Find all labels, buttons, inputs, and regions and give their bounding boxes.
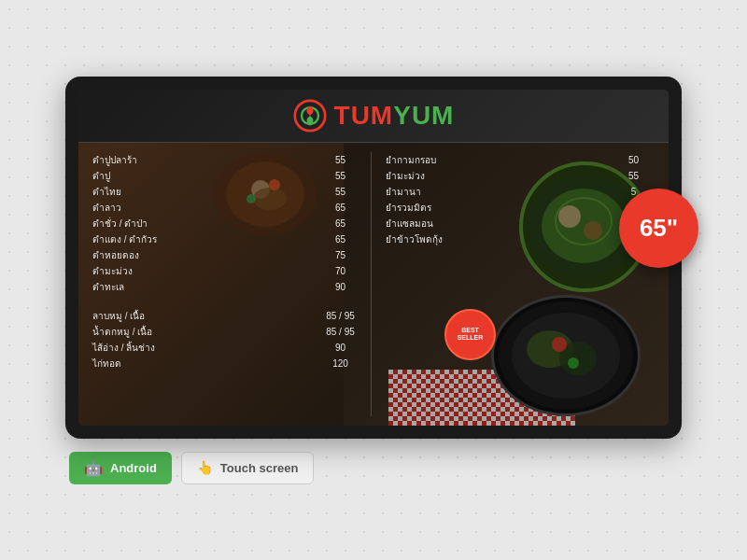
monitor: 65" TUMYUM [65,77,682,439]
menu-item-price: 90 [319,280,361,294]
menu-item: ยำแซลมอน [386,216,655,231]
menu-gap [92,298,361,305]
menu-item-price: 50 [613,153,655,167]
size-text: 65" [640,214,678,243]
logo-icon [293,99,327,133]
menu-item: ยำข้าวโพดกุ้ง [386,231,655,247]
touch-label: Touch screen [220,461,299,475]
menu-right-column: ยำกามกรอบ 50 ยำมะม่วง 55 ยำมานา 5 ยำรวมม… [376,152,655,416]
logo-text: TUMYUM [334,101,455,131]
right-menu-items: ยำกามกรอบ 50 ยำมะม่วง 55 ยำมานา 5 ยำรวมม… [386,152,655,247]
menu-item: ตำชั่ว / ตำป่า 65 [92,216,361,231]
size-badge: 65" [619,189,698,268]
screen: TUMYUM [78,90,669,426]
touch-icon: 👆 [197,460,213,475]
android-button[interactable]: 🤖 Android [69,452,172,484]
buttons-row: 🤖 Android 👆 Touch screen [65,452,314,484]
menu-item-name: ตำไทย [92,185,319,199]
menu-item: ยำกามกรอบ 50 [386,152,655,168]
menu-item-name: ยำข้าวโพดกุ้ง [386,232,613,246]
menu-item: ตำหอยดอง 75 [92,247,361,263]
menu-item-name: ลาบหมู / เนื้อ [92,309,319,323]
android-icon: 🤖 [84,459,103,477]
menu-item-name: น้ำตกหมู / เนื้อ [92,325,319,339]
menu-item-name: ไส้อ่าง / ลิ้นช่าง [92,341,319,355]
menu-item-price: 85 / 95 [319,309,361,323]
left-bottom-items: ลาบหมู / เนื้อ 85 / 95 น้ำตกหมู / เนื้อ … [92,308,361,371]
menu-item-price: 70 [319,264,361,278]
menu-item-name: ยำแซลมอน [386,217,613,231]
menu-item-name: ตำแตง / ตำกัวร [92,232,319,246]
menu-item: ไส้อ่าง / ลิ้นช่าง 90 [92,340,361,356]
menu-item-price: 55 [319,153,361,167]
menu-item-price: 55 [319,169,361,183]
menu-item: ตำทะเล 90 [92,279,361,295]
menu-item: ไก่ทอด 120 [92,356,361,371]
menu-left-column: ตำปูปลาร้า 55 ตำปู 55 ตำไทย 55 ตำลาว 65 … [92,152,366,416]
menu-item-name: ตำมะม่วง [92,264,319,278]
menu-item-price: 65 [319,201,361,215]
menu-item: ตำปู 55 [92,168,361,184]
menu-item-name: ตำหอยดอง [92,248,319,262]
menu-item-price: 90 [319,341,361,355]
screen-body: BEST SELLER ตำปูปลาร้า [78,143,669,426]
menu-item-price: 85 / 95 [319,325,361,339]
touch-screen-button[interactable]: 👆 Touch screen [181,452,315,484]
best-seller-line1: BEST [461,327,479,334]
menu-item-price: 65 [319,232,361,246]
menu-item-name: ตำปูปลาร้า [92,153,319,167]
menu-item-price: 55 [613,169,655,183]
menu-item: ยำมานา 5 [386,184,655,200]
page-wrapper: 65" TUMYUM [65,77,682,484]
menu-item-name: ยำมะม่วง [386,169,613,183]
menu-item-name: ตำลาว [92,201,319,215]
menu-overlay: ตำปูปลาร้า 55 ตำปู 55 ตำไทย 55 ตำลาว 65 … [78,143,669,426]
menu-item: ตำแตง / ตำกัวร 65 [92,231,361,247]
menu-item-name: ยำมานา [386,185,613,199]
menu-item: ตำไทย 55 [92,184,361,200]
menu-item-name: ตำทะเล [92,280,319,294]
screen-header: TUMYUM [78,90,669,143]
menu-item-name: ตำปู [92,169,319,183]
best-seller-badge: BEST SELLER [444,309,496,360]
logo-tum: TUM [334,101,394,130]
android-label: Android [110,461,157,475]
menu-item-name: ยำรวมมิตร [386,201,613,215]
left-menu-items: ตำปูปลาร้า 55 ตำปู 55 ตำไทย 55 ตำลาว 65 … [92,152,361,295]
menu-divider [371,152,372,416]
menu-item-price: 65 [319,217,361,231]
menu-item-name: ยำกามกรอบ [386,153,613,167]
menu-item-name: ไก่ทอด [92,357,319,371]
menu-item: ลาบหมู / เนื้อ 85 / 95 [92,308,361,324]
menu-item: ยำรวมมิตร [386,200,655,216]
logo-yum: YUM [393,101,454,130]
menu-item-name: ตำชั่ว / ตำป่า [92,217,319,231]
menu-item-price: 75 [319,248,361,262]
menu-item: ตำปูปลาร้า 55 [92,152,361,168]
best-seller-line2: SELLER [458,334,484,342]
menu-item: ยำมะม่วง 55 [386,168,655,184]
menu-item: น้ำตกหมู / เนื้อ 85 / 95 [92,324,361,340]
menu-item-price: 55 [319,185,361,199]
logo: TUMYUM [293,99,455,133]
menu-item-price: 120 [319,357,361,371]
menu-item: ตำมะม่วง 70 [92,263,361,279]
menu-item: ตำลาว 65 [92,200,361,216]
